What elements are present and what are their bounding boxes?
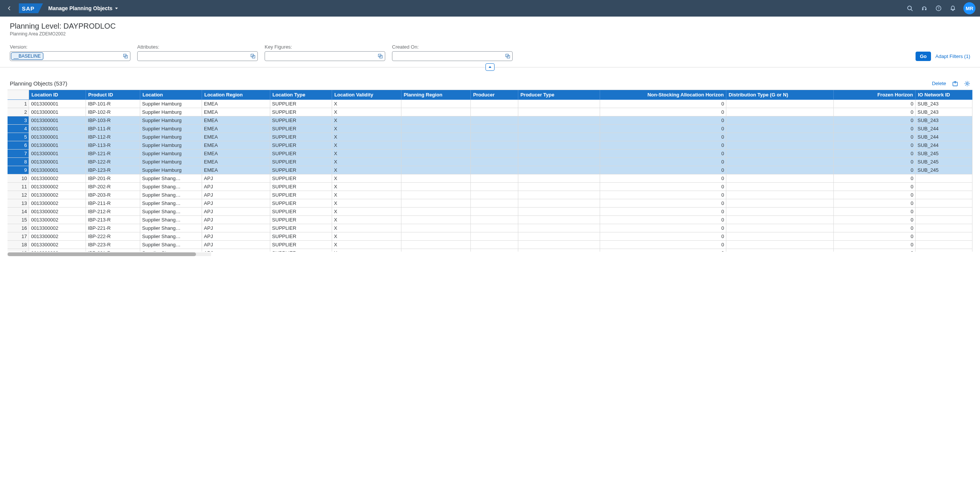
table-cell[interactable] (518, 208, 600, 216)
filter-attributes-input-wrap[interactable] (137, 51, 258, 61)
table-cell[interactable]: X (332, 149, 401, 158)
table-cell[interactable] (726, 158, 834, 166)
table-cell[interactable]: 0 (834, 241, 916, 249)
table-cell[interactable] (726, 199, 834, 208)
table-cell[interactable] (401, 241, 471, 249)
table-cell[interactable] (518, 133, 600, 141)
table-cell[interactable]: IBP-111-R (86, 125, 140, 133)
row-number-cell[interactable]: 5 (8, 133, 29, 141)
table-cell[interactable]: SUPPLIER (270, 158, 332, 166)
filter-version-input-wrap[interactable]: __BASELINE (10, 51, 130, 61)
table-cell[interactable] (471, 149, 518, 158)
table-cell[interactable]: X (332, 224, 401, 232)
settings-icon[interactable] (964, 81, 970, 87)
table-cell[interactable] (401, 108, 471, 116)
table-row[interactable]: 70013300001IBP-121-RSupplier HamburgEMEA… (8, 149, 972, 158)
table-cell[interactable]: X (332, 232, 401, 241)
table-cell[interactable]: APJ (202, 224, 270, 232)
table-cell[interactable] (518, 108, 600, 116)
table-cell[interactable] (726, 166, 834, 175)
table-cell[interactable]: 0 (600, 116, 726, 125)
filter-keyfigures-input-wrap[interactable] (265, 51, 385, 61)
table-cell[interactable]: SUPPLIER (270, 100, 332, 108)
table-cell[interactable]: X (332, 141, 401, 149)
row-number-cell[interactable]: 2 (8, 108, 29, 116)
table-cell[interactable]: X (332, 183, 401, 191)
table-cell[interactable] (916, 199, 972, 208)
table-cell[interactable] (401, 149, 471, 158)
table-cell[interactable]: 0 (600, 149, 726, 158)
table-cell[interactable]: APJ (202, 175, 270, 183)
table-row[interactable]: 150013300002IBP-213-RSupplier Shang…APJS… (8, 216, 972, 224)
row-number-cell[interactable]: 4 (8, 125, 29, 133)
table-row[interactable]: 10013300001IBP-101-RSupplier HamburgEMEA… (8, 100, 972, 108)
table-cell[interactable]: EMEA (202, 158, 270, 166)
table-cell[interactable] (518, 141, 600, 149)
table-cell[interactable]: 0 (834, 166, 916, 175)
table-cell[interactable]: IBP-101-R (86, 100, 140, 108)
table-cell[interactable]: Supplier Shang… (140, 241, 202, 249)
table-cell[interactable]: X (332, 100, 401, 108)
table-cell[interactable]: SUPPLIER (270, 224, 332, 232)
table-cell[interactable]: Supplier Shang… (140, 224, 202, 232)
table-cell[interactable] (518, 249, 600, 252)
table-cell[interactable] (471, 108, 518, 116)
table-cell[interactable]: APJ (202, 241, 270, 249)
table-cell[interactable]: 0 (834, 191, 916, 199)
table-cell[interactable]: 0013300002 (29, 175, 86, 183)
table-cell[interactable] (401, 175, 471, 183)
table-cell[interactable]: Supplier Shang… (140, 232, 202, 241)
horizontal-scrollbar-thumb[interactable] (8, 252, 196, 256)
column-header[interactable]: Location ID (29, 90, 86, 100)
table-cell[interactable] (916, 232, 972, 241)
table-cell[interactable]: 0013300001 (29, 100, 86, 108)
row-number-cell[interactable]: 15 (8, 216, 29, 224)
row-number-cell[interactable]: 9 (8, 166, 29, 175)
table-cell[interactable]: 0 (600, 232, 726, 241)
column-header[interactable]: Planning Region (401, 90, 471, 100)
table-row[interactable]: 160013300002IBP-221-RSupplier Shang…APJS… (8, 224, 972, 232)
table-cell[interactable]: 0 (600, 141, 726, 149)
table-cell[interactable] (916, 216, 972, 224)
table-cell[interactable]: IBP-113-R (86, 141, 140, 149)
row-number-cell[interactable]: 8 (8, 158, 29, 166)
table-cell[interactable]: 0 (600, 216, 726, 224)
table-cell[interactable]: EMEA (202, 108, 270, 116)
row-number-cell[interactable]: 11 (8, 183, 29, 191)
row-number-cell[interactable]: 12 (8, 191, 29, 199)
table-cell[interactable] (471, 241, 518, 249)
table-cell[interactable]: X (332, 175, 401, 183)
table-cell[interactable] (726, 208, 834, 216)
row-number-header[interactable] (8, 90, 29, 100)
table-cell[interactable]: 0013300001 (29, 166, 86, 175)
table-cell[interactable]: SUPPLIER (270, 125, 332, 133)
table-cell[interactable] (726, 183, 834, 191)
table-cell[interactable] (401, 166, 471, 175)
table-cell[interactable]: X (332, 125, 401, 133)
table-row[interactable]: 120013300002IBP-203-RSupplier Shang…APJS… (8, 191, 972, 199)
table-cell[interactable]: IBP-123-R (86, 166, 140, 175)
table-cell[interactable] (726, 133, 834, 141)
row-number-cell[interactable]: 16 (8, 224, 29, 232)
table-cell[interactable] (518, 116, 600, 125)
column-header[interactable]: IO Network ID (916, 90, 972, 100)
table-cell[interactable]: Supplier Shang… (140, 216, 202, 224)
table-cell[interactable]: 0 (834, 133, 916, 141)
table-cell[interactable]: APJ (202, 249, 270, 252)
table-cell[interactable]: 0 (834, 116, 916, 125)
table-cell[interactable]: APJ (202, 208, 270, 216)
table-cell[interactable] (401, 133, 471, 141)
table-cell[interactable]: Supplier Hamburg (140, 116, 202, 125)
table-cell[interactable] (471, 100, 518, 108)
table-cell[interactable]: 0 (834, 125, 916, 133)
table-cell[interactable]: SUB_243 (916, 100, 972, 108)
table-cell[interactable] (726, 191, 834, 199)
filter-version-token[interactable]: __BASELINE (11, 52, 43, 60)
table-cell[interactable]: X (332, 216, 401, 224)
table-cell[interactable]: 0 (834, 183, 916, 191)
table-cell[interactable] (518, 191, 600, 199)
table-cell[interactable]: 0013300001 (29, 125, 86, 133)
table-cell[interactable]: IBP-223-R (86, 241, 140, 249)
app-title-dropdown[interactable]: Manage Planning Objects (48, 5, 118, 11)
table-cell[interactable]: IBP-121-R (86, 149, 140, 158)
